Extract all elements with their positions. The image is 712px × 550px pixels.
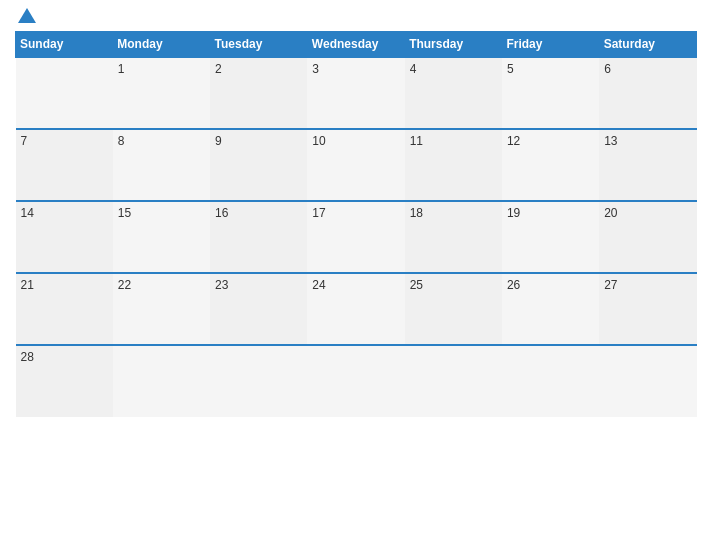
week-row-0: 123456 — [16, 57, 697, 129]
calendar-body: 1234567891011121314151617181920212223242… — [16, 57, 697, 417]
day-header-friday: Friday — [502, 32, 599, 58]
calendar-cell: 1 — [113, 57, 210, 129]
calendar-header: SundayMondayTuesdayWednesdayThursdayFrid… — [16, 32, 697, 58]
calendar-cell: 6 — [599, 57, 696, 129]
calendar-cell: 27 — [599, 273, 696, 345]
week-row-4: 28 — [16, 345, 697, 417]
days-row: SundayMondayTuesdayWednesdayThursdayFrid… — [16, 32, 697, 58]
calendar-cell: 8 — [113, 129, 210, 201]
calendar-cell: 21 — [16, 273, 113, 345]
day-header-saturday: Saturday — [599, 32, 696, 58]
calendar-cell — [210, 345, 307, 417]
logo-triangle-icon — [18, 8, 36, 23]
calendar-cell — [307, 345, 404, 417]
week-row-2: 14151617181920 — [16, 201, 697, 273]
calendar-cell: 22 — [113, 273, 210, 345]
day-header-sunday: Sunday — [16, 32, 113, 58]
calendar-cell: 2 — [210, 57, 307, 129]
week-row-1: 78910111213 — [16, 129, 697, 201]
calendar-cell — [599, 345, 696, 417]
calendar-cell: 13 — [599, 129, 696, 201]
calendar-cell: 26 — [502, 273, 599, 345]
calendar-cell: 20 — [599, 201, 696, 273]
calendar-cell: 11 — [405, 129, 502, 201]
calendar-cell: 9 — [210, 129, 307, 201]
calendar-cell — [16, 57, 113, 129]
calendar-table: SundayMondayTuesdayWednesdayThursdayFrid… — [15, 31, 697, 417]
day-header-monday: Monday — [113, 32, 210, 58]
calendar-container: SundayMondayTuesdayWednesdayThursdayFrid… — [0, 0, 712, 550]
calendar-cell: 10 — [307, 129, 404, 201]
calendar-cell: 18 — [405, 201, 502, 273]
calendar-cell: 25 — [405, 273, 502, 345]
calendar-cell: 19 — [502, 201, 599, 273]
calendar-cell: 5 — [502, 57, 599, 129]
calendar-cell: 14 — [16, 201, 113, 273]
calendar-cell: 16 — [210, 201, 307, 273]
calendar-cell: 15 — [113, 201, 210, 273]
calendar-cell: 24 — [307, 273, 404, 345]
week-row-3: 21222324252627 — [16, 273, 697, 345]
calendar-cell: 23 — [210, 273, 307, 345]
calendar-cell: 28 — [16, 345, 113, 417]
logo — [15, 10, 36, 23]
day-header-tuesday: Tuesday — [210, 32, 307, 58]
day-header-thursday: Thursday — [405, 32, 502, 58]
calendar-cell: 3 — [307, 57, 404, 129]
day-header-wednesday: Wednesday — [307, 32, 404, 58]
calendar-cell — [502, 345, 599, 417]
calendar-cell: 7 — [16, 129, 113, 201]
calendar-cell: 4 — [405, 57, 502, 129]
header — [15, 10, 697, 23]
calendar-cell — [405, 345, 502, 417]
calendar-cell: 12 — [502, 129, 599, 201]
calendar-cell: 17 — [307, 201, 404, 273]
calendar-cell — [113, 345, 210, 417]
